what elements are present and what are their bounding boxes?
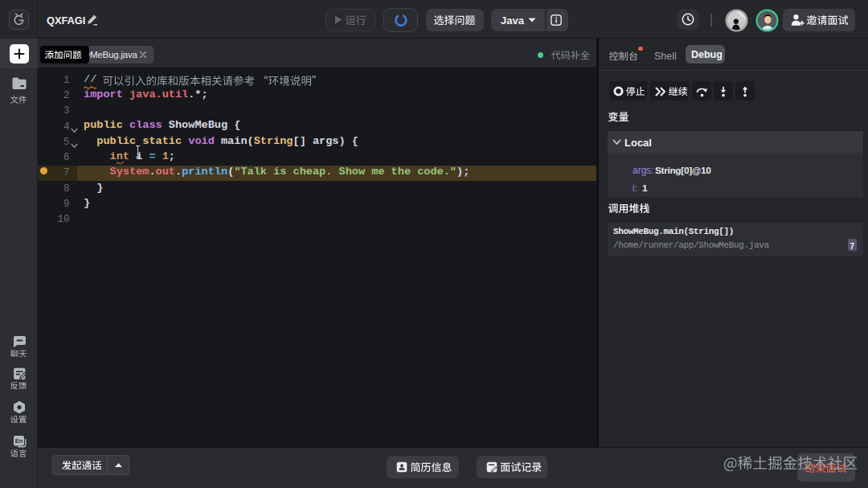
svg-text:En: En — [14, 437, 23, 445]
